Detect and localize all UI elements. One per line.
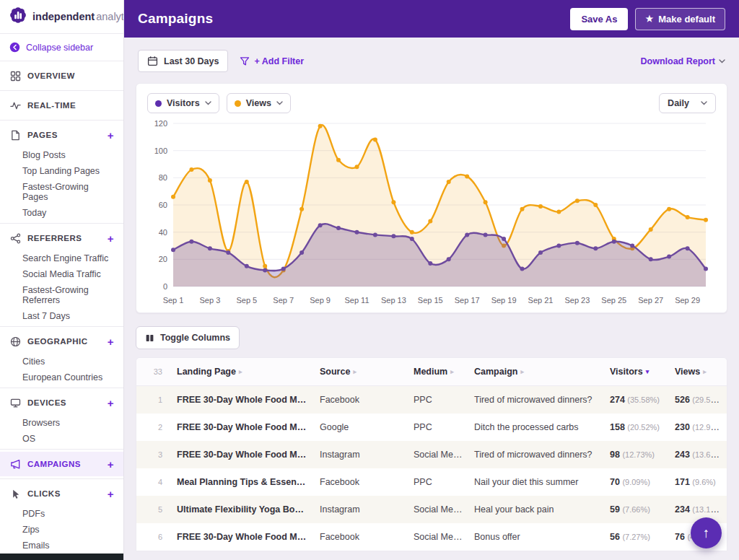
row-count-label: 33 (154, 367, 162, 376)
table-row[interactable]: 5Ultimate Flexibility Yoga BootcampInsta… (136, 496, 727, 523)
visitors-cell: 158 (20.52%) (604, 414, 669, 441)
sidebar-item-label: OVERVIEW (27, 71, 75, 80)
svg-text:Sep 5: Sep 5 (236, 296, 257, 305)
pages-icon (9, 129, 21, 141)
sidebar-item-label: DEVICES (27, 398, 66, 407)
column-header-landing-page[interactable]: Landing Page▸ (171, 358, 314, 386)
landing-page-cell[interactable]: FREE 30-Day Whole Food Meal Plan (171, 441, 314, 468)
sidebar-subitem-european-countries[interactable]: European Countries (0, 369, 123, 385)
sidebar-item-label: GEOGRAPHIC (27, 337, 88, 346)
plus-icon[interactable]: + (108, 489, 114, 499)
brand-name: independentanalytics (32, 11, 124, 22)
scroll-to-top-button[interactable]: ↑ (691, 517, 722, 548)
table-row[interactable]: 2FREE 30-Day Whole Food Meal PlanGoogleP… (136, 414, 727, 441)
views-metric-button[interactable]: Views (227, 93, 291, 113)
source-cell: Google (314, 414, 408, 441)
sidebar-subitem-blog-posts[interactable]: Blog Posts (0, 147, 123, 163)
landing-page-cell[interactable]: Meal Planning Tips & Essentials (171, 468, 314, 496)
svg-text:0: 0 (163, 282, 167, 291)
row-number: 5 (136, 496, 171, 523)
views-cell: 243 (13.64%) (669, 441, 727, 468)
visitors-cell: 98 (12.73%) (604, 441, 669, 468)
source-cell: Instagram (314, 496, 408, 523)
interval-select[interactable]: Daily (659, 93, 716, 113)
download-report-link[interactable]: Download Report (641, 56, 725, 66)
sidebar-item-geographic[interactable]: GEOGRAPHIC+ (0, 329, 123, 354)
table-row[interactable]: 1FREE 30-Day Whole Food Meal PlanFaceboo… (136, 386, 727, 414)
sidebar-subitem-search-engine-traffic[interactable]: Search Engine Traffic (0, 250, 123, 266)
campaign-cell: Tired of microwaved dinners? (468, 441, 604, 468)
sidebar-subitem-os[interactable]: OS (0, 431, 123, 447)
date-range-label: Last 30 Days (164, 56, 219, 66)
sidebar-item-label: PAGES (27, 131, 58, 139)
medium-cell: Social Media (408, 441, 468, 468)
make-default-button[interactable]: ★ Make default (635, 8, 725, 30)
sidebar-subitem-fastest-growing-referrers[interactable]: Fastest-Growing Referrers (0, 282, 123, 308)
sidebar-item-referrers[interactable]: REFERRERS+ (0, 226, 123, 250)
views-cell: 171 (9.6%) (669, 468, 727, 496)
column-header-views[interactable]: Views▸ (669, 358, 727, 386)
svg-text:60: 60 (159, 201, 167, 209)
collapse-sidebar-button[interactable]: Collapse sidebar (0, 34, 123, 61)
landing-page-cell[interactable]: FREE 30-Day Whole Food Meal Plan (171, 523, 314, 551)
interval-label: Daily (668, 98, 689, 108)
plus-icon[interactable]: + (108, 233, 114, 244)
column-header-source[interactable]: Source▸ (314, 358, 408, 386)
svg-text:100: 100 (154, 146, 167, 155)
plus-icon[interactable]: + (108, 336, 114, 347)
date-range-button[interactable]: Last 30 Days (138, 50, 228, 72)
row-number: 1 (136, 386, 171, 414)
columns-icon (145, 333, 154, 343)
column-header-medium[interactable]: Medium▸ (408, 358, 468, 386)
sidebar-item-pages[interactable]: PAGES+ (0, 123, 123, 147)
toggle-columns-button[interactable]: Toggle Columns (136, 326, 240, 349)
save-as-button[interactable]: Save As (570, 8, 628, 30)
landing-page-cell[interactable]: Ultimate Flexibility Yoga Bootcamp (171, 496, 314, 523)
table-row[interactable]: 6FREE 30-Day Whole Food Meal PlanFaceboo… (136, 523, 727, 551)
sidebar-item-devices[interactable]: DEVICES+ (0, 390, 123, 415)
table-row[interactable]: 4Meal Planning Tips & EssentialsFacebook… (136, 468, 727, 496)
sidebar-subitem-emails[interactable]: Emails (0, 538, 123, 554)
source-cell: Facebook (314, 468, 408, 496)
wp-admin-strip (0, 554, 123, 560)
sidebar-group-campaigns: CAMPAIGNS+ (0, 450, 123, 479)
row-number: 6 (136, 523, 171, 551)
plus-icon[interactable]: + (108, 459, 114, 470)
sidebar-nav: OVERVIEWREAL-TIMEPAGES+Blog PostsTop Lan… (0, 61, 123, 560)
sidebar-subitem-last-7-days[interactable]: Last 7 Days (0, 308, 123, 324)
svg-text:Sep 17: Sep 17 (455, 296, 480, 305)
landing-page-cell[interactable]: FREE 30-Day Whole Food Meal Plan (171, 386, 314, 414)
column-header-campaign[interactable]: Campaign▸ (468, 358, 604, 386)
sidebar-item-real-time[interactable]: REAL-TIME (0, 93, 123, 118)
sidebar-subitem-zips[interactable]: Zips (0, 522, 123, 538)
svg-text:Sep 9: Sep 9 (310, 296, 331, 305)
add-filter-button[interactable]: + Add Filter (240, 56, 304, 66)
table-row[interactable]: 3FREE 30-Day Whole Food Meal PlanInstagr… (136, 441, 727, 468)
landing-page-cell[interactable]: FREE 30-Day Whole Food Meal Plan (171, 414, 314, 441)
sidebar-item-campaigns[interactable]: CAMPAIGNS+ (0, 452, 123, 476)
visitors-legend-dot (155, 100, 162, 107)
sidebar-subitem-top-landing-pages[interactable]: Top Landing Pages (0, 163, 123, 179)
sidebar-subitem-today[interactable]: Today (0, 205, 123, 221)
sidebar-subitem-browsers[interactable]: Browsers (0, 415, 123, 431)
sidebar-subitem-pdfs[interactable]: PDFs (0, 506, 123, 522)
download-report-label: Download Report (641, 56, 715, 66)
chart-controls: Visitors Views Daily (147, 93, 716, 113)
svg-text:Sep 13: Sep 13 (381, 296, 406, 305)
plus-icon[interactable]: + (108, 398, 114, 408)
sidebar-subitem-fastest-growing-pages[interactable]: Fastest-Growing Pages (0, 179, 123, 205)
visitors-metric-button[interactable]: Visitors (147, 93, 219, 113)
traffic-chart-card: Visitors Views Daily 020406080100120Sep … (136, 83, 727, 313)
column-header-visitors[interactable]: Visitors▾ (604, 358, 669, 386)
page-title: Campaigns (138, 11, 213, 27)
source-cell: Facebook (314, 523, 408, 551)
sidebar-item-overview[interactable]: OVERVIEW (0, 64, 123, 88)
visitors-cell: 59 (7.66%) (604, 496, 669, 523)
sidebar-subitem-social-media-traffic[interactable]: Social Media Traffic (0, 266, 123, 282)
medium-cell: PPC (408, 468, 468, 496)
sort-icon: ▸ (703, 368, 707, 375)
plus-icon[interactable]: + (108, 130, 114, 141)
sidebar-item-clicks[interactable]: CLICKS+ (0, 481, 123, 506)
sidebar-subitem-cities[interactable]: Cities (0, 354, 123, 369)
chevron-down-icon (205, 101, 211, 105)
